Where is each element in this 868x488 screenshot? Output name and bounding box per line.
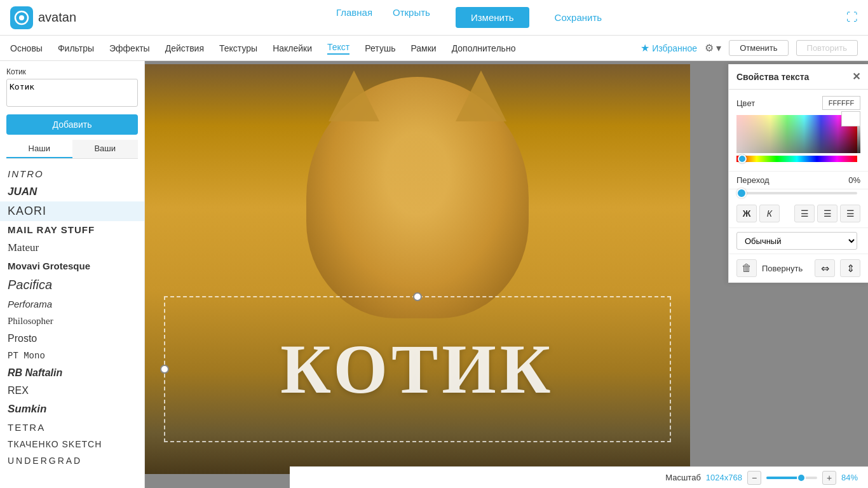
trash-icon: 🗑	[742, 262, 752, 274]
transition-handle[interactable]	[736, 188, 747, 198]
hue-indicator	[738, 154, 747, 163]
list-item[interactable]: REX	[0, 382, 144, 400]
font-list: INTRO JUAN KAORI MAIL RAY STUFF Mateur M…	[0, 163, 144, 471]
style-dropdown-section: Обычный Жирный Курсив	[729, 228, 868, 254]
flip-h-icon: ⇔	[821, 262, 829, 274]
align-right-button[interactable]: ☰	[840, 205, 860, 222]
cancel-button[interactable]: Отменить	[729, 40, 788, 56]
list-item[interactable]: INTRO	[0, 165, 144, 182]
scale-size: 1024x768	[706, 473, 742, 482]
color-picker[interactable]	[736, 115, 860, 162]
list-item[interactable]: ТКАЧЕНКО SKETCH	[0, 436, 144, 452]
tab-our[interactable]: Наши	[6, 140, 72, 158]
logo: avatan	[10, 6, 76, 29]
zoom-slider[interactable]	[766, 477, 817, 479]
list-item[interactable]: Mateur	[0, 238, 144, 257]
color-value[interactable]: FFFFFF	[822, 96, 860, 110]
zoom-plus-button[interactable]: +	[822, 471, 836, 485]
zoom-handle[interactable]	[797, 473, 806, 482]
sidebar-tabs: Наши Ваши	[6, 140, 138, 159]
color-row: Цвет FFFFFF	[736, 96, 860, 110]
list-item[interactable]: MAIL RAY STUFF	[0, 221, 144, 238]
style-select[interactable]: Обычный Жирный Курсив	[736, 232, 857, 250]
toolbar: Основы Фильтры Эффекты Действия Текстуры…	[0, 36, 868, 61]
scale-percent: 84%	[841, 473, 858, 482]
bottom-bar: Масштаб 1024x768 − + 84%	[290, 466, 868, 488]
favorites-star-icon: ★	[641, 42, 649, 54]
nav-change[interactable]: Изменить	[456, 7, 529, 28]
toolbar-filtry[interactable]: Фильтры	[58, 43, 94, 53]
text-format-row: Ж К ☰ ☰ ☰	[729, 200, 868, 228]
favorites-label: Избранное	[652, 43, 697, 53]
canvas-text[interactable]: КОТИК	[165, 297, 670, 441]
toolbar-right: ★ Избранное ⚙ ▾ Отменить Повторить	[641, 40, 858, 56]
toolbar-effekty[interactable]: Эффекты	[109, 43, 150, 53]
toolbar-deystviya[interactable]: Действия	[165, 43, 204, 53]
flip-v-icon: ⇕	[846, 262, 855, 274]
delete-button[interactable]: 🗑	[736, 259, 757, 277]
toolbar-nakleyski[interactable]: Наклейки	[273, 43, 312, 53]
italic-button[interactable]: К	[759, 205, 780, 222]
action-row: 🗑 Повернуть ⇔ ⇕	[729, 254, 868, 283]
canvas-area[interactable]: КОТИК Свойства текста ✕ Цвет FFFFFF	[145, 61, 868, 488]
transition-section: Переход 0%	[729, 172, 868, 189]
sidebar: Котик Котик Добавить Наши Ваши INTRO JUA…	[0, 61, 145, 488]
bold-button[interactable]: Ж	[736, 205, 757, 222]
toolbar-tekst[interactable]: Текст	[327, 42, 349, 55]
list-item[interactable]: Sumkin	[0, 400, 144, 419]
flip-horizontal-button[interactable]: ⇔	[815, 259, 835, 277]
list-item[interactable]: Prosto	[0, 330, 144, 348]
nav-open[interactable]: Открыть	[393, 7, 430, 28]
nav-save[interactable]: Сохранить	[555, 7, 602, 28]
add-text-button[interactable]: Добавить	[6, 114, 138, 135]
hue-slider[interactable]	[736, 156, 857, 162]
header-nav: Главная Открыть Изменить Сохранить	[102, 7, 846, 28]
text-input-label: Котик	[6, 67, 138, 76]
redo-button[interactable]: Повторить	[796, 40, 858, 56]
toolbar-ramki[interactable]: Рамки	[410, 43, 436, 53]
list-item[interactable]: TETRA	[0, 419, 144, 436]
settings-gear[interactable]: ⚙ ▾	[705, 42, 721, 54]
rotate-label: Повернуть	[762, 264, 810, 273]
list-item[interactable]: JUAN	[0, 182, 144, 201]
props-title: Свойства текста	[736, 72, 809, 82]
fullscreen-icon[interactable]: ⛶	[846, 11, 858, 24]
text-selection-box[interactable]: КОТИК	[164, 296, 671, 442]
align-center-button[interactable]: ☰	[817, 205, 837, 222]
list-item[interactable]: Movavi Grotesque	[0, 257, 144, 274]
gear-icon: ⚙	[705, 42, 714, 54]
list-item[interactable]: Philosopher	[0, 313, 144, 330]
list-item[interactable]: PT Mono	[0, 348, 144, 364]
logo-icon	[10, 6, 33, 29]
canvas-image: КОТИК	[145, 64, 690, 474]
nav-home[interactable]: Главная	[336, 7, 372, 28]
close-icon[interactable]: ✕	[852, 71, 860, 83]
logo-text: avatan	[38, 10, 76, 25]
main-area: Котик Котик Добавить Наши Ваши INTRO JUA…	[0, 61, 868, 488]
scale-label: Масштаб	[665, 473, 701, 482]
list-item[interactable]: Pacifica	[0, 274, 144, 295]
toolbar-retush[interactable]: Ретушь	[365, 43, 395, 53]
list-item[interactable]: UNDERGRAD	[0, 452, 144, 469]
list-item[interactable]: KAORI	[0, 201, 144, 221]
align-left-button[interactable]: ☰	[794, 205, 815, 222]
chevron-down-icon: ▾	[716, 42, 721, 54]
toolbar-tekstury[interactable]: Текстуры	[219, 43, 257, 53]
list-item[interactable]: RB Naftalin	[0, 364, 144, 382]
list-item[interactable]: Perforama	[0, 295, 144, 313]
transition-value: 0%	[848, 175, 860, 185]
toolbar-osnovy[interactable]: Основы	[10, 43, 43, 53]
zoom-fill	[766, 477, 801, 479]
favorites-item[interactable]: ★ Избранное	[641, 42, 697, 54]
toolbar-dopolnitelno[interactable]: Дополнительно	[452, 43, 516, 53]
header: avatan Главная Открыть Изменить Сохранит…	[0, 0, 868, 36]
text-input[interactable]: Котик	[6, 79, 138, 107]
transition-slider[interactable]	[736, 192, 857, 194]
color-swatch[interactable]	[841, 111, 860, 126]
tab-yours[interactable]: Ваши	[72, 140, 139, 158]
flip-vertical-button[interactable]: ⇕	[840, 259, 860, 277]
zoom-minus-button[interactable]: −	[747, 471, 761, 485]
svg-point-2	[19, 15, 24, 20]
props-panel: Свойства текста ✕ Цвет FFFFFF	[728, 64, 868, 283]
transition-label: Переход	[736, 175, 770, 185]
